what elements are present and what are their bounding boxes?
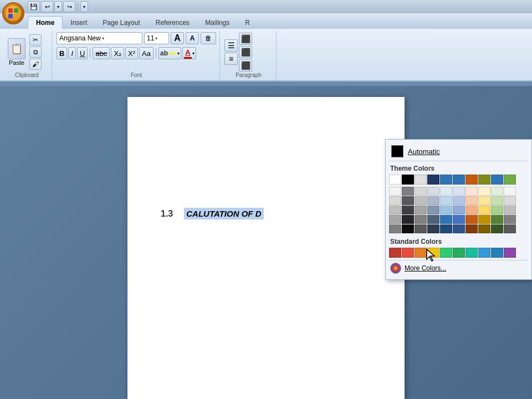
font-size-input[interactable]: 11 ▾ [144,32,169,44]
theme-shade-swatch[interactable] [504,224,516,233]
theme-shade-swatch[interactable] [440,196,452,205]
theme-color-swatch[interactable] [491,175,503,185]
theme-shade-swatch[interactable] [427,224,439,233]
theme-shade-swatch[interactable] [402,215,414,224]
font-name-input[interactable]: Angsana New ▾ [57,32,142,44]
paste-button[interactable]: 📋 Paste [6,37,28,67]
more-colors-label[interactable]: More Colors... [405,264,446,272]
theme-shade-swatch[interactable] [402,196,414,205]
change-case-button[interactable]: Aa [139,47,154,59]
font-color-dropdown[interactable]: ▾ [192,51,195,56]
cut-button[interactable]: ✂ [29,34,42,45]
redo-button[interactable]: ↪ [63,1,75,12]
theme-shade-swatch[interactable] [440,215,452,224]
automatic-swatch[interactable] [391,145,403,157]
undo-arrow-button[interactable]: ▾ [54,1,62,12]
highlight-button[interactable]: ab ▾ [158,47,181,59]
theme-shade-swatch[interactable] [453,215,465,224]
theme-color-swatch[interactable] [466,175,478,185]
format-painter-button[interactable]: 🖌 [29,59,42,70]
standard-color-swatch[interactable] [478,248,490,258]
theme-shade-swatch[interactable] [427,206,439,214]
theme-shade-swatch[interactable] [389,224,401,233]
theme-shade-swatch[interactable] [389,215,401,224]
theme-color-swatch[interactable] [453,175,465,185]
customize-button[interactable]: ▾ [80,1,88,12]
theme-shade-swatch[interactable] [415,224,427,233]
theme-shade-swatch[interactable] [427,187,439,196]
theme-shade-swatch[interactable] [389,196,401,205]
theme-shade-swatch[interactable] [402,224,414,233]
theme-shade-swatch[interactable] [440,187,452,196]
theme-shade-swatch[interactable] [389,206,401,214]
more-colors-row[interactable]: More Colors... [389,260,528,276]
standard-color-swatch[interactable] [415,248,427,258]
font-name-dropdown-arrow[interactable]: ▾ [102,36,104,41]
theme-shade-swatch[interactable] [466,196,478,205]
theme-shade-swatch[interactable] [504,215,516,224]
highlight-dropdown[interactable]: ▾ [177,51,180,56]
standard-color-swatch[interactable] [491,248,503,258]
tab-page-layout[interactable]: Page Layout [95,17,147,29]
theme-shade-swatch[interactable] [440,224,452,233]
theme-shade-swatch[interactable] [415,187,427,196]
superscript-button[interactable]: X² [125,47,138,59]
theme-shade-swatch[interactable] [491,196,503,205]
theme-shade-swatch[interactable] [427,196,439,205]
theme-color-swatch[interactable] [504,175,516,185]
tab-insert[interactable]: Insert [63,17,95,29]
theme-shade-swatch[interactable] [402,206,414,214]
theme-shade-swatch[interactable] [402,187,414,196]
standard-color-swatch[interactable] [427,248,439,258]
standard-color-swatch[interactable] [389,248,401,258]
theme-shade-swatch[interactable] [466,224,478,233]
theme-shade-swatch[interactable] [466,215,478,224]
theme-color-swatch[interactable] [440,175,452,185]
theme-color-swatch[interactable] [478,175,490,185]
align-center-button[interactable]: ⬛ [239,46,252,58]
standard-color-swatch[interactable] [504,248,516,258]
theme-shade-swatch[interactable] [427,215,439,224]
tab-home[interactable]: Home [28,16,63,29]
standard-color-swatch[interactable] [402,248,414,258]
theme-shade-swatch[interactable] [491,224,503,233]
theme-color-swatch[interactable] [427,175,439,185]
theme-shade-swatch[interactable] [453,224,465,233]
align-left-button[interactable]: ⬛ [239,33,252,45]
theme-shade-swatch[interactable] [491,187,503,196]
save-button[interactable]: 💾 [28,1,40,12]
theme-color-swatch[interactable] [415,175,427,185]
theme-shade-swatch[interactable] [491,206,503,214]
shrink-font-button[interactable]: A [186,32,199,44]
theme-shade-swatch[interactable] [440,206,452,214]
theme-shade-swatch[interactable] [453,196,465,205]
automatic-label[interactable]: Automatic [408,147,440,156]
theme-shade-swatch[interactable] [415,215,427,224]
theme-shade-swatch[interactable] [504,206,516,214]
subscript-button[interactable]: X₂ [111,47,124,59]
theme-shade-swatch[interactable] [415,206,427,214]
numbering-button[interactable]: ≡ [224,53,238,65]
underline-button[interactable]: U [77,47,88,59]
strikethrough-button[interactable]: abc [93,47,110,59]
theme-shade-swatch[interactable] [478,224,490,233]
theme-shade-swatch[interactable] [491,215,503,224]
undo-button[interactable]: ↩ [41,1,53,12]
theme-shade-swatch[interactable] [504,187,516,196]
theme-shade-swatch[interactable] [478,215,490,224]
theme-shade-swatch[interactable] [466,206,478,214]
font-size-dropdown-arrow[interactable]: ▾ [155,36,157,41]
theme-color-swatch[interactable] [389,175,401,185]
copy-button[interactable]: ⧉ [29,47,42,58]
theme-shade-swatch[interactable] [504,196,516,205]
theme-shade-swatch[interactable] [389,187,401,196]
standard-color-swatch[interactable] [440,248,452,258]
theme-shade-swatch[interactable] [453,187,465,196]
theme-shade-swatch[interactable] [478,196,490,205]
tab-references[interactable]: References [148,17,197,29]
theme-shade-swatch[interactable] [478,206,490,214]
clear-format-button[interactable]: 🗑 [201,32,216,44]
bold-button[interactable]: B [57,47,67,59]
theme-shade-swatch[interactable] [415,196,427,205]
align-right-button[interactable]: ⬛ [239,59,252,71]
